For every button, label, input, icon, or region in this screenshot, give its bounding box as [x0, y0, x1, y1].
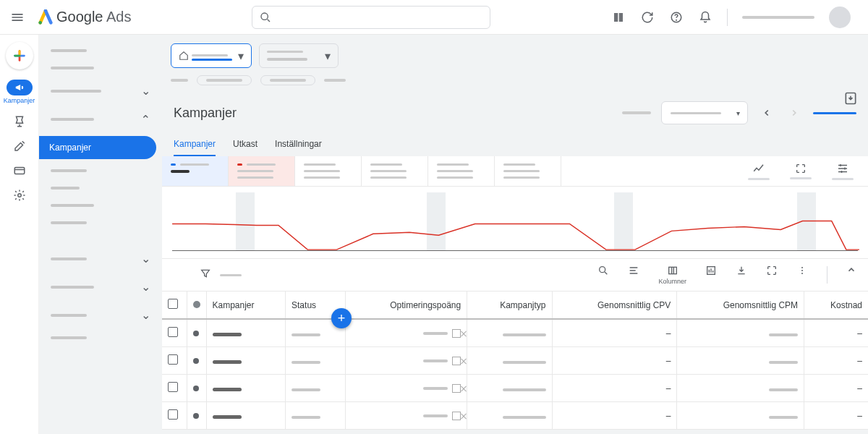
account-dropdown[interactable]: ▾ — [171, 43, 252, 68]
performance-chart[interactable] — [162, 187, 868, 259]
chart-type-icon[interactable] — [748, 162, 770, 180]
cpm-placeholder — [769, 333, 798, 336]
tab-settings[interactable]: Inställningar — [275, 133, 322, 156]
nav-group-3[interactable]: ⌄ — [45, 247, 156, 270]
row-checkbox[interactable] — [168, 382, 178, 392]
rail-tools[interactable] — [12, 139, 27, 153]
status-dot[interactable] — [193, 386, 199, 391]
expand-icon[interactable] — [790, 163, 812, 179]
nav-item-4[interactable] — [45, 182, 156, 194]
rail-billing[interactable] — [12, 163, 27, 178]
rail-goals[interactable] — [12, 114, 27, 129]
add-campaign-fab[interactable]: + — [331, 308, 352, 328]
date-next-button[interactable] — [786, 104, 803, 122]
rail-admin[interactable] — [12, 188, 27, 203]
help-icon[interactable] — [669, 10, 684, 25]
scorecard-5[interactable] — [428, 156, 495, 186]
row-checkbox[interactable] — [168, 354, 178, 365]
chevron-up-icon: ⌄ — [141, 112, 150, 126]
status-dot[interactable] — [193, 413, 199, 419]
adjust-icon[interactable] — [832, 162, 854, 180]
date-prev-button[interactable] — [758, 104, 775, 122]
notifications-icon[interactable] — [698, 10, 712, 25]
search-icon — [260, 12, 271, 23]
svg-point-7 — [600, 267, 605, 273]
breadcrumb-chip-1[interactable] — [197, 75, 252, 85]
table-search-icon[interactable] — [597, 265, 609, 276]
row-checkbox[interactable] — [168, 327, 178, 337]
filter-icon[interactable] — [200, 268, 211, 282]
col-cost[interactable]: Kostnad — [804, 292, 868, 319]
scorecard-1[interactable] — [162, 156, 229, 186]
col-optimization[interactable]: Optimeringspoäng — [346, 292, 467, 319]
scorecard-4[interactable] — [362, 156, 428, 186]
row-checkbox[interactable] — [168, 409, 178, 420]
nav-item-7[interactable] — [45, 332, 156, 344]
table-row[interactable]: –– — [162, 375, 868, 402]
nav-item-5[interactable] — [45, 200, 156, 211]
menu-icon[interactable] — [9, 9, 26, 26]
nav-item-3[interactable] — [45, 165, 156, 176]
collapse-icon[interactable] — [846, 265, 856, 275]
cpv-cell: – — [552, 402, 677, 430]
breadcrumb-item[interactable] — [324, 79, 346, 82]
tab-campaigns[interactable]: Kampanjer — [174, 133, 216, 156]
col-cpv[interactable]: Genomsnittlig CPV — [552, 292, 677, 319]
date-range-dropdown[interactable] — [661, 101, 748, 124]
create-button[interactable] — [6, 42, 33, 69]
avatar[interactable] — [829, 7, 851, 28]
col-campaigns[interactable]: Kampanjer — [206, 292, 286, 319]
top-header: Google Ads — [0, 0, 868, 35]
chevron-down-icon: ⌄ — [141, 308, 150, 322]
nav-group-4[interactable]: ⌄ — [45, 276, 156, 298]
table-row[interactable]: –– — [162, 402, 868, 430]
search-input[interactable] — [277, 12, 482, 22]
scorecard-6[interactable] — [495, 156, 561, 186]
opt-unavailable-icon — [452, 384, 461, 393]
segment-icon[interactable] — [628, 265, 639, 276]
fullscreen-icon[interactable] — [766, 265, 778, 276]
svg-point-5 — [17, 194, 21, 197]
table-row[interactable]: –– — [162, 347, 868, 375]
account-name-placeholder[interactable] — [742, 16, 814, 19]
nav-item-2[interactable] — [45, 62, 156, 74]
secondary-dropdown[interactable]: ▾ — [259, 43, 339, 68]
product-logo[interactable]: Google Ads — [38, 9, 131, 25]
campaigns-table: Kampanjer Status Optimeringspoäng Kampan… — [162, 292, 868, 430]
breadcrumb-item[interactable] — [171, 79, 188, 82]
reports-icon[interactable] — [705, 265, 717, 276]
status-dot[interactable] — [193, 358, 199, 364]
columns-icon[interactable]: Kolumner — [658, 265, 686, 285]
scorecard-3[interactable] — [295, 156, 362, 186]
download-icon[interactable] — [736, 265, 747, 276]
search-box[interactable] — [252, 6, 490, 29]
breadcrumb-chip-2[interactable] — [260, 75, 315, 85]
col-cpm[interactable]: Genomsnittlig CPM — [677, 292, 804, 319]
page-title: Kampanjer — [174, 106, 237, 121]
tab-drafts[interactable]: Utkast — [233, 133, 258, 156]
col-type[interactable]: Kampanjtyp — [467, 292, 552, 319]
nav-group-5[interactable]: ⌄ — [45, 304, 156, 326]
left-rail: Kampanjer — [0, 35, 39, 434]
refresh-icon[interactable] — [640, 10, 655, 25]
more-icon[interactable] — [796, 265, 808, 276]
status-dot[interactable] — [193, 331, 199, 336]
appearance-icon[interactable] — [611, 10, 626, 25]
cost-cell: – — [804, 402, 868, 430]
cost-cell: – — [804, 319, 868, 347]
chevron-down-icon: ⌄ — [141, 84, 150, 98]
nav-group-2[interactable]: ⌄ — [45, 108, 156, 130]
nav-item-1[interactable] — [45, 45, 156, 56]
nav-item-6[interactable] — [45, 217, 156, 229]
compare-toggle[interactable] — [813, 112, 856, 114]
type-placeholder — [503, 333, 546, 336]
nav-group-1[interactable]: ⌄ — [45, 80, 156, 102]
scorecard-2[interactable] — [229, 156, 295, 186]
table-row[interactable]: –– — [162, 319, 868, 347]
save-report-icon[interactable] — [843, 91, 858, 109]
cost-cell: – — [804, 375, 868, 402]
nav-active-campaigns[interactable]: Kampanjer — [39, 136, 156, 159]
rail-campaigns[interactable]: Kampanjer — [4, 80, 35, 104]
status-placeholder — [292, 388, 320, 391]
select-all-checkbox[interactable] — [168, 299, 178, 309]
